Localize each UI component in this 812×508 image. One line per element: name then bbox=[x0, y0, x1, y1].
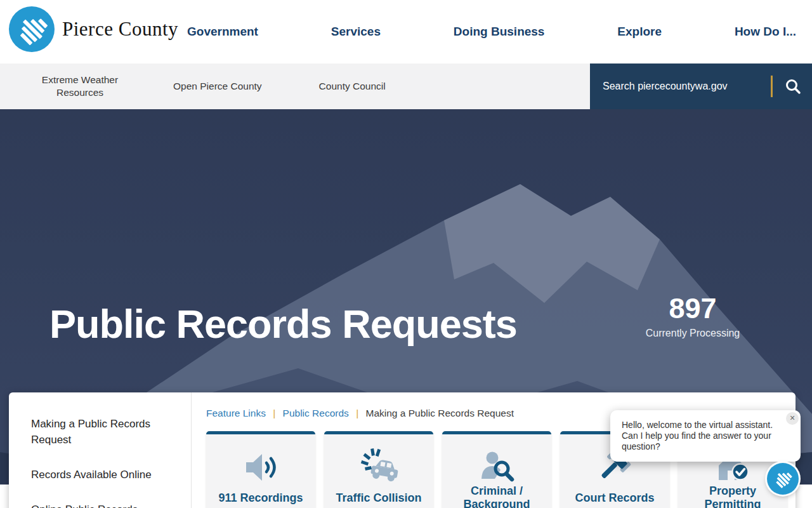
card-label: Property Permitting bbox=[683, 485, 782, 508]
stat-currently-processing: 897 Currently Processing bbox=[632, 293, 753, 339]
page-title: Public Records Requests bbox=[49, 301, 517, 347]
subnav-extreme-weather[interactable]: Extreme Weather Resources bbox=[32, 74, 128, 99]
top-nav: Government Services Doing Business Explo… bbox=[187, 0, 796, 64]
car-collision-icon bbox=[359, 448, 398, 488]
site-logo[interactable]: Pierce County bbox=[9, 6, 178, 52]
subnav-open-pierce-county[interactable]: Open Pierce County bbox=[173, 80, 262, 93]
nav-how-do-i[interactable]: How Do I... bbox=[735, 25, 796, 39]
breadcrumb-separator: | bbox=[356, 408, 358, 418]
nav-doing-business[interactable]: Doing Business bbox=[454, 25, 545, 39]
nav-services[interactable]: Services bbox=[331, 25, 381, 39]
page: Pierce County Government Services Doing … bbox=[0, 0, 812, 508]
card-criminal-background[interactable]: Criminal / Background bbox=[442, 431, 551, 508]
card-label: Traffic Collision bbox=[329, 485, 428, 508]
sidebar-item-online-public-records[interactable]: Online Public Records bbox=[31, 492, 177, 508]
card-traffic-collision[interactable]: Traffic Collision bbox=[324, 431, 433, 508]
breadcrumb-separator: | bbox=[273, 408, 275, 418]
card-label: Criminal / Background bbox=[447, 485, 546, 508]
search-icon bbox=[785, 78, 801, 95]
breadcrumb-feature-links[interactable]: Feature Links bbox=[206, 408, 266, 418]
stat-value: 897 bbox=[632, 293, 753, 324]
virtual-assistant-button[interactable] bbox=[767, 463, 799, 495]
subnav-county-council[interactable]: County Council bbox=[319, 80, 386, 93]
sidebar-divider bbox=[191, 392, 192, 508]
breadcrumb: Feature Links | Public Records | Making … bbox=[206, 408, 514, 419]
assistant-logo-icon bbox=[769, 465, 796, 492]
close-icon[interactable]: × bbox=[786, 412, 799, 425]
sidebar-item-making-request[interactable]: Making a Public Records Request bbox=[31, 406, 177, 457]
search-input[interactable]: Search piercecountywa.gov bbox=[603, 81, 771, 92]
card-label: Court Records bbox=[565, 485, 664, 508]
assistant-message-bubble: Hello, welcome to the virtual assistant.… bbox=[610, 410, 801, 462]
search-divider bbox=[771, 76, 773, 97]
stat-label: Currently Processing bbox=[632, 328, 753, 339]
breadcrumb-current: Making a Public Records Request bbox=[365, 408, 513, 418]
search-button[interactable] bbox=[779, 72, 807, 100]
secondary-nav: Extreme Weather Resources Open Pierce Co… bbox=[0, 64, 590, 109]
nav-government[interactable]: Government bbox=[187, 25, 258, 39]
speaker-icon bbox=[242, 448, 280, 486]
card-label: 911 Recordings bbox=[211, 485, 310, 508]
sidebar-nav: Making a Public Records Request Records … bbox=[31, 406, 177, 508]
card-911-recordings[interactable]: 911 Recordings bbox=[206, 431, 315, 508]
nav-explore[interactable]: Explore bbox=[617, 25, 662, 39]
search-bar: Search piercecountywa.gov bbox=[590, 64, 812, 109]
site-header: Pierce County Government Services Doing … bbox=[0, 0, 812, 64]
pierce-county-logo-icon bbox=[9, 6, 55, 52]
sidebar-item-records-online[interactable]: Records Available Online bbox=[31, 457, 177, 492]
assistant-message: Hello, welcome to the virtual assistant.… bbox=[622, 420, 782, 452]
breadcrumb-public-records[interactable]: Public Records bbox=[283, 408, 349, 418]
person-search-icon bbox=[478, 448, 516, 486]
brand-name: Pierce County bbox=[62, 18, 178, 41]
